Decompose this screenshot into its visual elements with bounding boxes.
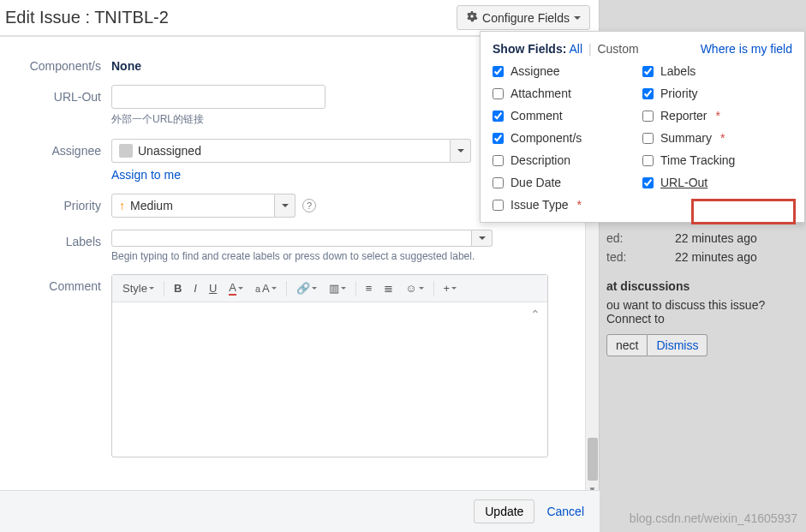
urlout-input[interactable] xyxy=(111,85,325,109)
assignee-value: Unassigned xyxy=(138,144,201,158)
checkbox[interactable] xyxy=(493,133,504,144)
field-checkbox-labels[interactable]: Labels xyxy=(642,64,792,78)
editor-textarea[interactable]: ⌃ xyxy=(112,302,547,457)
checkbox[interactable] xyxy=(493,111,504,122)
where-is-my-field-link[interactable]: Where is my field xyxy=(701,42,792,56)
priority-value: Medium xyxy=(130,199,173,212)
chevron-down-icon xyxy=(272,287,277,290)
chevron-down-icon xyxy=(451,287,457,290)
bg-text: ou want to discuss this issue? Connect t… xyxy=(606,298,806,326)
modal-title: Edit Issue : TNITBL-2 xyxy=(5,8,169,27)
checkbox[interactable] xyxy=(642,111,654,122)
show-fields-label: Show Fields: xyxy=(493,42,566,56)
priority-select[interactable]: ↑ Medium xyxy=(111,194,296,218)
checkbox-label: Labels xyxy=(660,64,696,78)
checkbox[interactable] xyxy=(493,66,504,77)
field-checkbox-due-date[interactable]: Due Date xyxy=(493,176,642,189)
chevron-down-icon xyxy=(238,287,243,290)
assignee-dropdown-button[interactable] xyxy=(451,139,471,163)
insert-button[interactable]: + xyxy=(439,279,463,297)
field-checkbox-issue-type[interactable]: Issue Type* xyxy=(493,198,642,212)
style-dropdown[interactable]: Style xyxy=(117,279,159,297)
bold-button[interactable]: B xyxy=(169,279,187,297)
required-icon: * xyxy=(720,131,725,145)
urlout-label: URL-Out xyxy=(0,85,111,127)
tab-custom[interactable]: Custom xyxy=(597,42,638,56)
checkbox[interactable] xyxy=(493,200,504,211)
help-icon[interactable]: ? xyxy=(302,199,316,212)
underline-button[interactable]: U xyxy=(204,279,222,297)
checkbox[interactable] xyxy=(642,66,654,77)
checkbox-label: Component/s xyxy=(510,131,582,145)
labels-select[interactable] xyxy=(111,230,493,247)
field-checkbox-priority[interactable]: Priority xyxy=(642,87,792,100)
modal-footer: Update Cancel xyxy=(0,490,600,532)
connect-button[interactable]: nect xyxy=(606,334,648,356)
assign-to-me-link[interactable]: Assign to me xyxy=(111,168,181,182)
avatar-icon xyxy=(119,144,133,158)
field-checkbox-comment[interactable]: Comment xyxy=(493,109,642,123)
priority-dropdown-button[interactable] xyxy=(275,194,296,218)
configure-fields-popup: Show Fields: All | Custom Where is my fi… xyxy=(480,31,805,223)
field-checkbox-attachment[interactable]: Attachment xyxy=(493,87,642,100)
italic-button[interactable]: I xyxy=(188,279,202,297)
separator: | xyxy=(588,42,592,56)
chevron-down-icon xyxy=(574,16,581,20)
editor-toolbar: Style B I U A aA 🔗 ▥ ≡ ≣ ☺ xyxy=(112,275,547,302)
bg-label: ted: xyxy=(606,250,649,264)
field-checkbox-url-out[interactable]: URL-Out xyxy=(642,176,792,189)
checkbox[interactable] xyxy=(493,177,504,188)
dismiss-button[interactable]: Dismiss xyxy=(648,334,707,356)
field-checkbox-description[interactable]: Description xyxy=(493,153,642,167)
priority-medium-icon: ↑ xyxy=(119,199,125,212)
field-checkbox-time-tracking[interactable]: Time Tracking xyxy=(642,153,792,167)
chevron-down-icon xyxy=(282,204,289,207)
checkbox-label: Description xyxy=(510,153,570,167)
field-checkbox-component-s[interactable]: Component/s xyxy=(493,131,642,145)
checkbox-label: Issue Type xyxy=(510,198,568,212)
assignee-label: Assignee xyxy=(0,139,111,182)
scroll-thumb[interactable] xyxy=(588,438,598,481)
labels-hint: Begin typing to find and create labels o… xyxy=(111,250,582,262)
comment-label: Comment xyxy=(0,274,111,457)
checkbox[interactable] xyxy=(493,88,504,99)
checkbox[interactable] xyxy=(493,155,504,166)
text-color-button[interactable]: A xyxy=(224,278,248,298)
number-list-button[interactable]: ≣ xyxy=(379,279,398,297)
priority-label: Priority xyxy=(0,194,111,218)
checkbox-label: Comment xyxy=(510,109,563,123)
collapse-icon[interactable]: ⌃ xyxy=(530,308,540,321)
comment-editor: Style B I U A aA 🔗 ▥ ≡ ≣ ☺ xyxy=(111,274,548,457)
cancel-link[interactable]: Cancel xyxy=(546,505,584,518)
update-button[interactable]: Update xyxy=(474,499,534,523)
checkbox[interactable] xyxy=(642,177,654,188)
labels-dropdown-button[interactable] xyxy=(472,230,493,247)
checkbox-label: Summary xyxy=(660,131,712,145)
field-checkbox-summary[interactable]: Summary* xyxy=(642,131,792,145)
chevron-down-icon xyxy=(419,287,424,290)
checkbox[interactable] xyxy=(642,133,654,144)
attachment-button[interactable]: ▥ xyxy=(324,279,351,297)
checkbox-label: Time Tracking xyxy=(660,153,735,167)
emoji-button[interactable]: ☺ xyxy=(400,279,428,297)
separator xyxy=(286,281,287,296)
field-checkbox-assignee[interactable]: Assignee xyxy=(493,64,642,78)
assignee-select[interactable]: Unassigned xyxy=(111,139,471,163)
field-checkbox-reporter[interactable]: Reporter* xyxy=(642,109,792,123)
separator xyxy=(355,281,356,296)
configure-fields-button[interactable]: Configure Fields xyxy=(457,5,590,30)
gear-icon xyxy=(466,10,478,25)
tab-all[interactable]: All xyxy=(569,42,582,56)
required-icon: * xyxy=(576,198,581,212)
configure-fields-label: Configure Fields xyxy=(482,11,570,25)
checkbox-label: Assignee xyxy=(510,64,560,78)
checkbox-label: URL-Out xyxy=(660,176,707,189)
more-format-button[interactable]: aA xyxy=(250,279,282,297)
checkbox[interactable] xyxy=(642,88,654,99)
bullet-list-button[interactable]: ≡ xyxy=(361,279,378,297)
link-button[interactable]: 🔗 xyxy=(291,279,322,297)
bg-value: 22 minutes ago xyxy=(675,231,757,245)
checkbox-label: Attachment xyxy=(510,87,571,100)
chevron-down-icon xyxy=(479,236,486,240)
checkbox[interactable] xyxy=(642,155,654,166)
